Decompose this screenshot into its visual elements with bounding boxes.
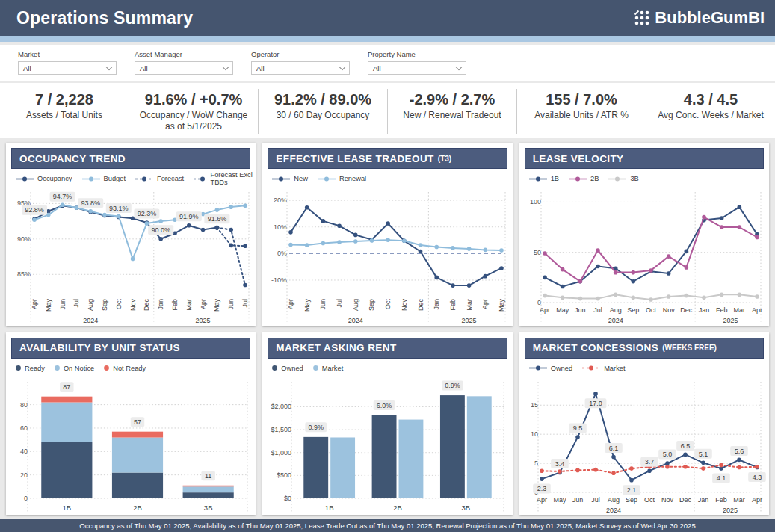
svg-text:Dec: Dec (679, 496, 692, 504)
svg-text:92.8%: 92.8% (25, 206, 44, 214)
kpi-value: 155 / 7.0% (523, 90, 640, 108)
svg-text:Dec: Dec (680, 306, 693, 314)
kpi-value: 7 / 2,228 (6, 90, 123, 108)
svg-text:Jan: Jan (698, 306, 709, 314)
svg-text:40: 40 (20, 448, 28, 455)
svg-text:1B: 1B (63, 504, 72, 512)
dropdown-value: All (256, 64, 265, 72)
kpi-row: 7 / 2,228 Assets / Total Units 91.6% / +… (0, 83, 775, 138)
legend-item: 2B (568, 175, 599, 182)
svg-text:May: May (303, 299, 311, 312)
svg-text:Aug: Aug (352, 299, 359, 311)
svg-text:17.0: 17.0 (589, 399, 602, 406)
svg-text:Apr: Apr (752, 496, 762, 504)
kpi-new-renewal-tradeout: -2.9% / 2.7% New / Renewal Tradeout (388, 89, 517, 134)
svg-text:2025: 2025 (462, 317, 477, 324)
svg-text:Oct: Oct (644, 496, 655, 504)
svg-text:85%: 85% (17, 270, 31, 278)
market-dropdown[interactable]: All (18, 61, 117, 75)
svg-text:91.6%: 91.6% (208, 215, 227, 223)
concessions-chart: 151050AprMayJunJulAugSepOctNovDecJanFebM… (522, 374, 766, 515)
filter-property-name: Property Name All (368, 50, 466, 75)
svg-text:5.1: 5.1 (698, 450, 708, 457)
svg-text:6.0%: 6.0% (377, 401, 392, 409)
svg-text:57: 57 (134, 418, 141, 425)
svg-text:Jul: Jul (593, 306, 602, 314)
filter-market: Market All (18, 50, 117, 75)
svg-text:2.3: 2.3 (537, 485, 546, 492)
svg-text:Feb: Feb (716, 306, 728, 314)
dashboard: Operations Summary BubbleGumBI Market Al… (0, 0, 775, 532)
status-footer: Occupancy as of Thu May 01 2025; Availab… (0, 519, 775, 532)
panel-title-suffix: (T3) (438, 155, 451, 163)
svg-text:4.1: 4.1 (716, 474, 726, 482)
svg-text:Sep: Sep (101, 299, 108, 311)
availability-chart: 8060402001B2B3B875711 (9, 374, 253, 515)
svg-text:Jul: Jul (241, 299, 249, 308)
legend-item: Not Ready (103, 365, 146, 372)
svg-text:Mar: Mar (733, 306, 745, 314)
legend-item: Owned (271, 365, 303, 372)
svg-text:2025: 2025 (196, 317, 211, 324)
legend-item: Forecast Excl TBDs (193, 171, 256, 186)
svg-text:0: 0 (537, 299, 541, 306)
svg-text:Apr: Apr (752, 306, 762, 314)
svg-text:Sep: Sep (627, 306, 639, 314)
accent-strip (0, 36, 775, 42)
svg-text:Oct: Oct (384, 299, 392, 310)
svg-text:2024: 2024 (606, 507, 621, 514)
svg-text:Jun: Jun (227, 299, 235, 310)
kpi-occupancy-wow: 91.6% / +0.7% Occupancy / WoW Change as … (129, 89, 259, 134)
svg-text:60: 60 (20, 424, 28, 431)
svg-text:Jul: Jul (591, 496, 600, 504)
svg-text:2024: 2024 (608, 317, 623, 324)
svg-text:0: 0 (24, 495, 28, 502)
svg-text:4.3: 4.3 (752, 473, 762, 480)
svg-text:Jun: Jun (59, 299, 67, 310)
asset-manager-dropdown[interactable]: All (135, 61, 233, 75)
filter-operator: Operator All (251, 50, 350, 75)
occupancy-trend-legend: OccupancyBudgetForecastForecast Excl TBD… (15, 173, 256, 184)
svg-text:$0: $0 (284, 495, 291, 502)
filter-label: Market (18, 50, 117, 58)
legend-item: Occupancy (15, 175, 72, 182)
chevron-down-icon (106, 64, 112, 69)
chevron-down-icon (223, 64, 229, 69)
svg-text:Sep: Sep (368, 299, 376, 311)
lease-tradeout-legend: NewRenewal (271, 173, 512, 184)
legend-item: 3B (608, 175, 638, 182)
kpi-value: 91.2% / 89.0% (265, 90, 381, 108)
svg-text:Apr: Apr (31, 299, 38, 309)
svg-text:Jan: Jan (697, 496, 708, 504)
svg-text:Feb: Feb (715, 496, 727, 504)
filter-bar: Market All Asset Manager All Operator Al… (0, 45, 775, 81)
svg-text:May: May (556, 306, 569, 314)
lease-velocity-legend: 1B2B3B (528, 173, 769, 184)
svg-text:92.3%: 92.3% (138, 210, 157, 217)
svg-text:Jun: Jun (572, 496, 583, 504)
operator-dropdown[interactable]: All (251, 61, 350, 75)
legend-item: Market (581, 365, 625, 372)
panel-title-text: MARKET ASKING RENT (276, 342, 396, 353)
kpi-label: 30 / 60 Day Occupancy (265, 110, 381, 121)
panel-title-text: LEASE VELOCITY (533, 153, 624, 164)
svg-text:Mar: Mar (185, 299, 193, 311)
kpi-30-60-day-occupancy: 91.2% / 89.0% 30 / 60 Day Occupancy (259, 89, 388, 134)
panel-concessions: MARKET CONCESSIONS (WEEKS FREE) OwnedMar… (519, 332, 769, 516)
svg-text:Nov: Nov (662, 306, 675, 314)
svg-text:0.9%: 0.9% (445, 382, 460, 389)
svg-text:2024: 2024 (348, 317, 363, 324)
legend-item: Market (312, 365, 343, 372)
legend-item: New (271, 175, 308, 182)
svg-text:10: 10 (531, 430, 538, 438)
property-name-dropdown[interactable]: All (368, 61, 466, 75)
panel-title: MARKET CONCESSIONS (WEEKS FREE) (525, 338, 764, 359)
kpi-value: -2.9% / 2.7% (394, 90, 510, 108)
svg-text:3B: 3B (462, 504, 471, 512)
svg-text:$1,000: $1,000 (271, 448, 292, 456)
svg-text:Jul: Jul (72, 299, 80, 308)
chevron-down-icon (456, 64, 462, 69)
app-header: Operations Summary BubbleGumBI (0, 0, 775, 36)
kpi-label: Avg Conc. Weeks / Market (652, 110, 769, 121)
svg-text:Apr: Apr (537, 496, 547, 504)
